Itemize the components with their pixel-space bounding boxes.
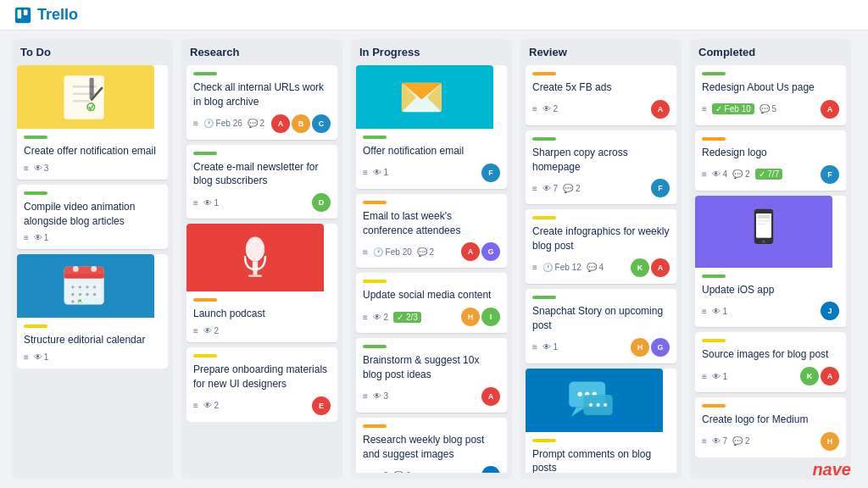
card-rev-5[interactable]: Prompt comments on blog posts ≡ 👁 1 A <box>526 369 676 473</box>
card-meta: ≡ 🕐 Feb 26 💬 2 A B C <box>193 114 331 133</box>
avatar-group: A G <box>461 242 500 261</box>
label-yellow <box>702 339 726 342</box>
avatar: J <box>481 466 500 473</box>
card-meta: ≡ 👁 1 <box>24 352 161 362</box>
label-orange <box>702 404 726 408</box>
lines-icon: ≡ <box>532 342 537 352</box>
card-rev-1[interactable]: Create 5x FB ads ≡ 👁 2 A <box>526 65 676 125</box>
avatar-group: A B C <box>271 114 331 133</box>
cards-list-research: Check all internal URLs work in blog arc… <box>186 65 337 422</box>
card-rev-3[interactable]: Create infographics for weekly blog post… <box>526 209 676 284</box>
label-orange <box>532 72 556 75</box>
card-ip-5[interactable]: Research weekly blog post and suggest im… <box>356 418 507 473</box>
card-res-1[interactable]: Check all internal URLs work in blog arc… <box>186 65 337 140</box>
label-yellow <box>24 324 47 328</box>
card-meta: ≡ 👁 3 <box>24 164 161 173</box>
svg-rect-44 <box>758 215 771 219</box>
card-title: Brainstorm & suggest 10x blog post ideas <box>363 353 500 382</box>
checklist-done-badge: ✓ 7/7 <box>755 169 783 180</box>
nave-logo: nave <box>812 460 851 480</box>
card-ip-1[interactable]: Offer notification email ≡ 👁 1 F <box>356 65 507 189</box>
card-title: Check all internal URLs work in blog arc… <box>193 80 331 109</box>
avatar-group: H I <box>461 308 500 326</box>
card-meta: ≡ 👁 7 💬 2 F <box>532 179 670 197</box>
avatar: A <box>271 114 290 133</box>
avatar: E <box>312 396 331 415</box>
card-rev-2[interactable]: Sharpen copy across homepage ≡ 👁 7 💬 2 F <box>526 130 676 205</box>
column-research: Research Check all internal URLs work in… <box>181 39 342 480</box>
card-todo-2[interactable]: Compile video animation alongside blog a… <box>17 185 168 250</box>
avatar: A <box>821 367 839 385</box>
label-yellow <box>363 280 387 283</box>
label-green <box>193 152 217 155</box>
avatar: A <box>461 242 480 261</box>
svg-point-13 <box>91 266 97 272</box>
svg-point-12 <box>73 266 79 272</box>
card-title: Create 5x FB ads <box>532 80 670 95</box>
card-meta: ≡ 👁 2 ✓ 2/3 H I <box>363 308 500 326</box>
card-comp-2[interactable]: Redesign logo ≡ 👁 4 💬 2 ✓ 7/7 F <box>695 130 846 191</box>
avatar: A <box>651 258 670 277</box>
avatar: H <box>821 432 839 451</box>
avatar: K <box>800 367 819 385</box>
watch-icon: 👁 1 <box>712 372 727 381</box>
trello-logo[interactable]: Trello <box>14 6 78 25</box>
avatar: H <box>631 338 649 357</box>
card-meta: ≡ 👁 1 K A <box>702 367 839 385</box>
avatar: A <box>651 100 670 119</box>
card-rev-4[interactable]: Snapchat Story on upcoming post ≡ 👁 1 H … <box>526 289 676 363</box>
card-meta: ≡ 👁 1 F <box>363 164 500 182</box>
watch-icon: 👁 1 <box>34 233 49 242</box>
svg-point-16 <box>86 286 88 288</box>
avatar: A <box>481 387 500 406</box>
column-title-completed: Completed <box>695 46 846 65</box>
lines-icon: ≡ <box>193 198 198 208</box>
card-image-phone <box>695 196 832 268</box>
card-meta: ≡ 👁 1 <box>24 233 161 242</box>
label-green <box>702 72 726 75</box>
avatar-group: A <box>481 387 500 406</box>
avatar-group: D <box>312 193 331 212</box>
avatar: A <box>821 100 839 119</box>
watch-icon: 👁 7 <box>542 184 558 193</box>
card-title: Snapchat Story on upcoming post <box>532 304 670 333</box>
avatar: B <box>292 114 310 133</box>
svg-rect-26 <box>253 271 258 275</box>
label-green <box>702 274 726 278</box>
watch-icon: 👁 1 <box>203 198 219 208</box>
card-comp-1[interactable]: Redesign About Us page ≡ ✓ Feb 10 💬 5 A <box>695 65 846 125</box>
avatar: G <box>651 338 670 357</box>
svg-point-19 <box>78 293 81 296</box>
card-title: Prepare onboarding materials for new UI … <box>193 363 331 391</box>
card-res-4[interactable]: Prepare onboarding materials for new UI … <box>186 347 337 422</box>
card-title: Sharpen copy across homepage <box>532 146 670 175</box>
column-completed: Completed Redesign About Us page ≡ ✓ Feb… <box>690 39 851 480</box>
card-comp-3[interactable]: Update iOS app ≡ 👁 1 J <box>695 196 846 328</box>
card-ip-4[interactable]: Brainstorm & suggest 10x blog post ideas… <box>356 338 507 413</box>
avatar-group: A <box>821 100 839 119</box>
card-todo-3[interactable]: Structure editorial calendar ≡ 👁 1 <box>17 254 168 369</box>
card-res-2[interactable]: Create e-mail newsletter for blog subscr… <box>186 145 337 219</box>
card-res-3[interactable]: Launch podcast ≡ 👁 2 <box>186 224 337 342</box>
lines-icon: ≡ <box>24 164 29 173</box>
watch-icon: 👁 2 <box>203 401 219 410</box>
card-meta: ≡ 👁 3 A <box>363 387 500 406</box>
comment-icon: 💬 2 <box>417 247 434 257</box>
card-ip-2[interactable]: Email to last week's conference attendee… <box>356 194 507 269</box>
card-todo-1[interactable]: Create offer notification email ≡ 👁 3 <box>17 65 168 180</box>
card-title: Source images for blog post <box>702 347 839 362</box>
cards-list-todo: Create offer notification email ≡ 👁 3 Co… <box>17 65 168 369</box>
watch-icon: 👁 7 <box>712 436 727 446</box>
svg-rect-3 <box>64 75 103 119</box>
card-comp-4[interactable]: Source images for blog post ≡ 👁 1 K A <box>695 332 846 392</box>
label-yellow <box>532 216 556 219</box>
header: Trello <box>0 0 868 30</box>
card-comp-5[interactable]: Create logo for Medium ≡ 👁 7 💬 2 H <box>695 397 846 458</box>
card-title: Create infographics for weekly blog post <box>532 225 670 253</box>
lines-icon: ≡ <box>702 436 707 446</box>
avatar: D <box>312 193 331 212</box>
watch-icon: 👁 2 <box>373 313 388 322</box>
card-ip-3[interactable]: Update social media content ≡ 👁 2 ✓ 2/3 … <box>356 273 507 333</box>
card-image-chat <box>526 369 663 432</box>
lines-icon: ≡ <box>532 184 537 193</box>
